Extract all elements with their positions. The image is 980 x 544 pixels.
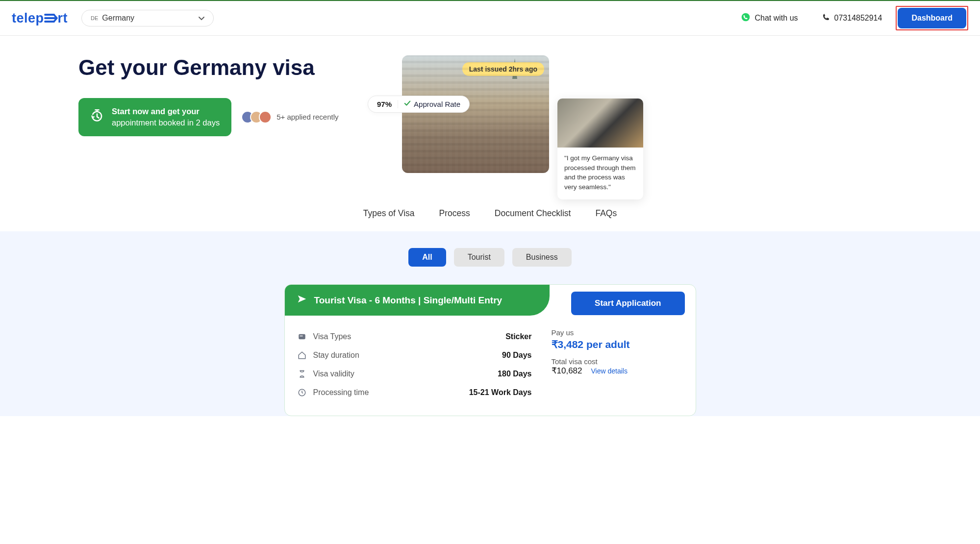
phone-contact[interactable]: 07314852914 (822, 13, 882, 24)
visa-row-type: Visa Types Sticker (297, 327, 552, 346)
refresh-timer-icon (90, 109, 104, 125)
visa-card-header: Tourist Visa - 6 Months | Single/Multi E… (285, 285, 550, 316)
approval-percentage: 97% (377, 100, 392, 108)
cta-line2: appointment booked in 2 days (112, 118, 220, 127)
logo[interactable]: telep rt (12, 11, 68, 26)
header-bar: telep rt DE Germany Chat with us 0731485… (0, 0, 980, 36)
phone-icon (822, 13, 830, 24)
nav-types-of-visa[interactable]: Types of Visa (363, 208, 415, 219)
visa-row-value: Sticker (505, 332, 531, 341)
hero-left: Get your Germany visa Start now and get … (78, 55, 382, 173)
visa-row-label: Stay duration (313, 351, 503, 360)
country-name: Germany (102, 14, 195, 23)
airplane-icon (297, 294, 307, 307)
start-application-button[interactable]: Start Application (571, 292, 684, 315)
approval-rate-pill: 97% Approval Rate (368, 96, 470, 113)
total-cost-label: Total visa cost (552, 357, 684, 366)
svg-point-0 (742, 13, 750, 22)
price-per-adult: ₹3,482 per adult (552, 339, 684, 350)
section-nav: Types of Visa Process Document Checklist… (0, 183, 980, 231)
testimonial-image (557, 99, 643, 148)
visa-row-value: 90 Days (502, 351, 532, 360)
visa-row-value: 15-21 Work Days (469, 388, 532, 397)
start-now-button[interactable]: Start now and get your appointment booke… (78, 98, 231, 136)
svg-rect-2 (300, 336, 302, 337)
visa-card-title: Tourist Visa - 6 Months | Single/Multi E… (314, 295, 503, 306)
visa-row-label: Visa Types (313, 332, 506, 341)
filter-tourist[interactable]: Tourist (454, 248, 504, 267)
chat-label: Chat with us (754, 14, 798, 23)
nav-document-checklist[interactable]: Document Checklist (495, 208, 571, 219)
hourglass-icon (297, 369, 307, 379)
svg-rect-1 (299, 334, 305, 340)
visa-row-processing: Processing time 15-21 Work Days (297, 383, 552, 402)
dashboard-highlight: Dashboard (896, 6, 968, 30)
cta-line1: Start now and get your (112, 107, 200, 116)
visa-row-label: Processing time (313, 388, 469, 397)
dashboard-button[interactable]: Dashboard (898, 8, 966, 28)
testimonial-quote: "I got my Germany visa processed through… (557, 148, 643, 199)
home-icon (297, 350, 307, 361)
total-cost-value: ₹10,682 (552, 366, 582, 376)
testimonial-card: "I got my Germany visa processed through… (557, 99, 643, 199)
visa-row-label: Visa validity (313, 370, 498, 378)
nav-faqs[interactable]: FAQs (595, 208, 617, 219)
applied-recently-label: 5+ applied recently (276, 113, 338, 121)
visa-row-stay: Stay duration 90 Days (297, 346, 552, 365)
nav-process[interactable]: Process (439, 208, 470, 219)
visa-card: Tourist Visa - 6 Months | Single/Multi E… (284, 284, 696, 416)
total-cost-row: ₹10,682 View details (552, 366, 684, 376)
country-code: DE (91, 15, 98, 21)
avatar (259, 111, 272, 124)
visa-filter-row: All Tourist Business (0, 248, 980, 267)
visa-row-validity: Visa validity 180 Days (297, 365, 552, 383)
logo-stripes-icon (44, 13, 58, 24)
hero-section: Get your Germany visa Start now and get … (0, 36, 980, 183)
visa-pricing: Pay us ₹3,482 per adult Total visa cost … (552, 327, 684, 402)
filter-business[interactable]: Business (512, 248, 572, 267)
cta-row: Start now and get your appointment booke… (78, 98, 382, 136)
visa-details-list: Visa Types Sticker Stay duration 90 Days… (297, 327, 552, 402)
clock-icon (297, 387, 307, 398)
view-details-link[interactable]: View details (591, 367, 628, 375)
avatar-stack (241, 111, 272, 124)
country-select[interactable]: DE Germany (81, 10, 214, 26)
last-issued-badge: Last issued 2hrs ago (462, 62, 544, 76)
approval-rate-label: Approval Rate (414, 100, 460, 108)
page-title: Get your Germany visa (78, 55, 382, 80)
check-icon (404, 100, 411, 108)
visa-card-body: Visa Types Sticker Stay duration 90 Days… (285, 316, 696, 402)
chevron-down-icon (199, 14, 204, 23)
pay-us-label: Pay us (552, 328, 684, 337)
filter-all[interactable]: All (408, 248, 446, 267)
whatsapp-icon (741, 12, 751, 24)
phone-number: 07314852914 (834, 14, 882, 23)
visa-row-value: 180 Days (498, 370, 531, 378)
visa-section: All Tourist Business Tourist Visa - 6 Mo… (0, 231, 980, 416)
chat-with-us[interactable]: Chat with us (741, 12, 798, 24)
spire-decoration (512, 58, 517, 79)
applied-recently: 5+ applied recently (241, 111, 338, 124)
card-icon (297, 331, 307, 342)
hero-right: Last issued 2hrs ago 97% Approval Rate "… (402, 55, 628, 173)
destination-image: Last issued 2hrs ago (402, 55, 549, 173)
